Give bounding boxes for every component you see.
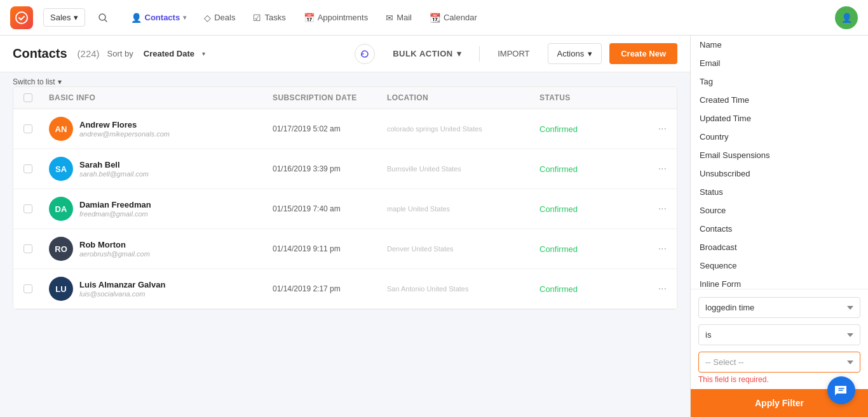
contact-details: Luis Almanzar Galvan luis@socialvana.com — [79, 280, 165, 298]
switch-list-label: Switch to list — [13, 77, 55, 86]
filter-dropdown-item[interactable]: Email — [691, 54, 868, 72]
contacts-table: Basic Info Subscription Date Location St… — [13, 86, 677, 310]
chat-bubble-button[interactable] — [827, 376, 855, 404]
contact-info: AN Andrew Flores andrew@mikepersonals.co… — [49, 117, 273, 141]
filter-dropdown-item[interactable]: Updated Time — [691, 109, 868, 128]
contacts-icon: 👤 — [131, 13, 142, 23]
header-divider — [479, 46, 480, 62]
contact-name: Andrew Flores — [79, 120, 170, 129]
row-more-button[interactable]: ··· — [641, 203, 667, 215]
filter-dropdown-item[interactable]: Name — [691, 36, 868, 54]
appointments-icon: 📅 — [304, 13, 315, 23]
contact-avatar: SA — [49, 157, 73, 181]
contact-name: Sarah Bell — [79, 160, 149, 169]
contact-status: Confirmed — [539, 284, 641, 294]
row-checkbox[interactable] — [24, 204, 32, 213]
table-header: Basic Info Subscription Date Location St… — [13, 87, 677, 109]
mail-icon: ✉ — [386, 13, 393, 23]
contact-status: Confirmed — [539, 204, 641, 214]
contacts-count: (224) — [78, 48, 100, 59]
nav-tasks-label: Tasks — [264, 13, 285, 22]
nav-calendar[interactable]: 📆 Calendar — [422, 8, 485, 28]
search-button[interactable] — [93, 8, 113, 28]
row-checkbox[interactable] — [24, 164, 32, 173]
contact-info: LU Luis Almanzar Galvan luis@socialvana.… — [49, 277, 273, 301]
nav-mail[interactable]: ✉ Mail — [378, 8, 419, 28]
filter-dropdown-item[interactable]: Email Suspensions — [691, 146, 868, 164]
col-basic-info: Basic Info — [49, 93, 273, 102]
calendar-icon: 📆 — [430, 13, 440, 23]
create-new-button[interactable]: Create New — [609, 43, 677, 64]
nav-contacts[interactable]: 👤 Contacts ▾ — [123, 8, 194, 28]
switch-to-list-button[interactable]: Switch to list ▾ — [13, 77, 62, 86]
filter-dropdown-list: NameEmailTagCreated TimeUpdated TimeCoun… — [691, 36, 868, 289]
contact-avatar: LU — [49, 277, 73, 301]
row-more-button[interactable]: ··· — [641, 283, 667, 295]
row-checkbox[interactable] — [24, 124, 32, 133]
nav-appointments[interactable]: 📅 Appointments — [296, 8, 376, 28]
filter-dropdown-item[interactable]: Sequence — [691, 256, 868, 275]
avatar-image: 👤 — [841, 13, 852, 23]
row-checkbox-cell — [24, 164, 49, 173]
col-status: Status — [539, 93, 641, 102]
bulk-action-button[interactable]: BULK ACTION ▾ — [383, 44, 471, 63]
bulk-action-chevron: ▾ — [457, 49, 462, 58]
row-checkbox[interactable] — [24, 244, 32, 253]
filter-dropdown-item[interactable]: Contacts — [691, 220, 868, 238]
user-avatar[interactable]: 👤 — [835, 6, 858, 29]
bulk-action-label: BULK ACTION — [393, 49, 453, 58]
filter-dropdown-item[interactable]: Unsubscribed — [691, 164, 868, 183]
subscription-date: 01/15/2019 7:40 am — [273, 204, 387, 213]
filter-section: loggedin time is -- Select -- This field… — [691, 289, 868, 389]
sort-value: Created Date — [144, 49, 194, 58]
field-filter-select[interactable]: loggedin time — [698, 297, 860, 318]
contact-details: Sarah Bell sarah.bell@gmail.com — [79, 160, 149, 178]
filter-dropdown-item[interactable]: Status — [691, 183, 868, 201]
sales-label: Sales — [50, 13, 71, 22]
subscription-date: 01/14/2019 2:17 pm — [273, 284, 387, 293]
select-all-checkbox[interactable] — [24, 93, 32, 102]
row-checkbox-cell — [24, 244, 49, 253]
row-more-button[interactable]: ··· — [641, 123, 667, 135]
table-row: LU Luis Almanzar Galvan luis@socialvana.… — [13, 269, 677, 309]
nav-mail-label: Mail — [397, 13, 412, 22]
row-checkbox-cell — [24, 284, 49, 293]
filter-dropdown-item[interactable]: Broadcast — [691, 238, 868, 256]
contact-name: Rob Morton — [79, 240, 150, 249]
filter-dropdown-item[interactable]: Tag — [691, 72, 868, 91]
nav-tasks[interactable]: ☑ Tasks — [245, 8, 293, 28]
actions-label: Actions — [557, 49, 585, 58]
app-logo[interactable] — [10, 6, 33, 29]
nav-deals[interactable]: ◇ Deals — [196, 8, 243, 28]
import-button[interactable]: IMPORT — [487, 44, 539, 63]
contact-info: RO Rob Morton aerobrush@gmail.com — [49, 237, 273, 261]
value-filter-select[interactable]: -- Select -- — [698, 352, 860, 373]
contact-avatar: DA — [49, 197, 73, 221]
filter-dropdown-item[interactable]: Created Time — [691, 91, 868, 109]
row-more-button[interactable]: ··· — [641, 163, 667, 175]
sales-chevron: ▾ — [74, 13, 78, 22]
sales-selector[interactable]: Sales ▾ — [43, 8, 85, 27]
row-more-button[interactable]: ··· — [641, 243, 667, 255]
contact-email: andrew@mikepersonals.com — [79, 130, 170, 138]
subscription-date: 01/14/2019 9:11 pm — [273, 244, 387, 253]
filter-dropdown-item[interactable]: Inline Form — [691, 275, 868, 289]
contact-location: Denver United States — [387, 245, 539, 253]
contact-email: sarah.bell@gmail.com — [79, 170, 149, 178]
contact-avatar: AN — [49, 117, 73, 141]
col-location: Location — [387, 93, 539, 102]
contact-name: Luis Almanzar Galvan — [79, 280, 165, 289]
apply-filter-label: Apply Filter — [755, 398, 804, 408]
create-new-label: Create New — [621, 49, 666, 58]
filter-dropdown-item[interactable]: Source — [691, 201, 868, 220]
contacts-table-container: Basic Info Subscription Date Location St… — [0, 86, 690, 322]
condition-filter-select[interactable]: is — [698, 324, 860, 345]
row-checkbox[interactable] — [24, 284, 32, 293]
filter-dropdown-item[interactable]: Country — [691, 128, 868, 146]
deals-icon: ◇ — [204, 13, 211, 23]
refresh-button[interactable] — [355, 44, 375, 64]
nav-appointments-label: Appointments — [318, 13, 369, 22]
page-title: Contacts — [13, 46, 67, 61]
contact-avatar: RO — [49, 237, 73, 261]
actions-button[interactable]: Actions ▾ — [548, 43, 602, 64]
